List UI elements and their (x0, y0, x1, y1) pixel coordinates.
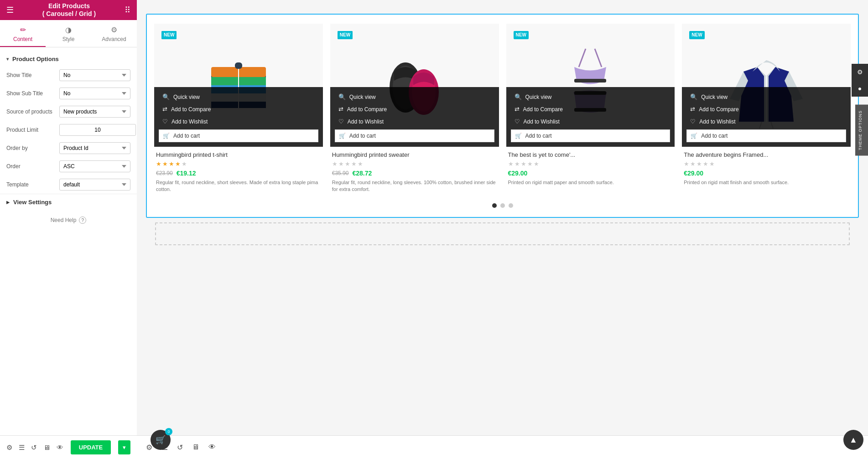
eye-icon[interactable]: 👁 (57, 444, 63, 452)
product-name-4: The adventure begins Framed... (684, 151, 849, 158)
theme-options-button[interactable]: THEME OPTIONS (855, 105, 868, 156)
product-limit-input[interactable] (59, 124, 136, 136)
template-select[interactable]: default (59, 179, 130, 191)
product-info-3: The best is yet to come'... ★ ★ ★ ★ ★ €2… (506, 147, 675, 189)
product-desc-3: Printed on rigid matt paper and smooth s… (508, 179, 673, 186)
svg-line-12 (579, 49, 586, 67)
quick-view-btn-4[interactable]: 🔍 Quick view (686, 92, 846, 102)
add-to-cart-btn-2[interactable]: 🛒 Add to cart (335, 129, 494, 142)
show-sub-title-row: Show Sub Title No Yes (0, 84, 137, 103)
cart-icon-1: 🛒 (163, 133, 170, 139)
carousel-dots (154, 196, 851, 210)
show-sub-title-label: Show Sub Title (6, 90, 57, 97)
main-area: -20% NEW 🔍 Quick view ⇄ Add to Compare (137, 0, 868, 459)
side-gear-button[interactable]: ⚙ (852, 64, 868, 80)
history-icon[interactable]: ↺ (31, 444, 37, 452)
heart-icon-4: ♡ (690, 118, 696, 125)
settings-icon[interactable]: ⚙ (6, 444, 12, 452)
tab-content[interactable]: ✏ Content (0, 20, 46, 47)
tab-advanced[interactable]: ⚙ Advanced (91, 20, 137, 47)
dot-1[interactable] (492, 203, 497, 208)
bottom-history-icon[interactable]: ↺ (177, 443, 183, 452)
canvas-area: -20% NEW 🔍 Quick view ⇄ Add to Compare (137, 0, 868, 435)
order-select[interactable]: ASC DESC (59, 160, 130, 172)
product-rating-4: ★ ★ ★ ★ ★ (684, 160, 849, 167)
show-title-select[interactable]: No Yes (59, 69, 130, 81)
hamburger-icon[interactable]: ☰ (6, 5, 14, 15)
quick-view-btn-1[interactable]: 🔍 Quick view (159, 92, 318, 102)
source-of-products-select[interactable]: New products Featured products Best sell… (59, 106, 130, 118)
scroll-top-button[interactable]: ▲ (843, 430, 863, 450)
order-by-select[interactable]: Product Id Name Price (59, 142, 130, 154)
panel-title: Edit Products ( Carousel / Grid ) (14, 2, 125, 18)
product-options-section[interactable]: ▾ Product Options (0, 52, 137, 66)
help-icon: ? (79, 217, 86, 224)
dot-3[interactable] (509, 203, 513, 208)
quick-view-btn-2[interactable]: 🔍 Quick view (335, 92, 494, 102)
panel-tabs: ✏ Content ◑ Style ⚙ Advanced (0, 20, 137, 47)
add-to-compare-btn-2[interactable]: ⇄ Add to Compare (335, 104, 494, 114)
bottom-desktop-icon[interactable]: 🖥 (192, 443, 199, 452)
side-circle-button[interactable]: ● (852, 80, 868, 97)
product-name-3: The best is yet to come'... (508, 151, 673, 158)
product-rating-3: ★ ★ ★ ★ ★ (508, 160, 673, 167)
search-icon-2: 🔍 (338, 93, 346, 100)
cart-icon-4: 🛒 (691, 133, 697, 139)
add-to-compare-btn-1[interactable]: ⇄ Add to Compare (159, 104, 318, 114)
order-by-row: Order by Product Id Name Price (0, 139, 137, 157)
panel-body: ▾ Product Options Show Title No Yes Show… (0, 47, 137, 435)
add-to-wishlist-btn-2[interactable]: ♡ Add to Wishlist (335, 116, 494, 127)
product-rating-2: ★ ★ ★ ★ ★ (332, 160, 497, 167)
show-title-label: Show Title (6, 72, 57, 78)
add-to-cart-btn-3[interactable]: 🛒 Add to cart (511, 129, 670, 142)
add-to-cart-btn-1[interactable]: 🛒 Add to cart (159, 129, 318, 142)
svg-line-13 (595, 49, 602, 67)
need-help[interactable]: Need Help ? (0, 210, 137, 230)
add-to-wishlist-btn-1[interactable]: ♡ Add to Wishlist (159, 116, 318, 127)
product-info-2: Hummingbird printed sweater ★ ★ ★ ★ ★ €3… (330, 147, 499, 196)
bottom-eye-icon[interactable]: 👁 (208, 443, 216, 452)
source-of-products-row: Source of products New products Featured… (0, 103, 137, 121)
source-of-products-label: Source of products (6, 108, 57, 115)
dot-2[interactable] (500, 203, 505, 208)
cart-bubble[interactable]: 🛒 0 (151, 430, 171, 450)
layers-icon[interactable]: ☰ (19, 444, 25, 452)
product-price-4: €29.00 (684, 170, 849, 177)
show-title-row: Show Title No Yes (0, 66, 137, 84)
desktop-icon[interactable]: 🖥 (43, 444, 50, 452)
search-icon-1: 🔍 (162, 93, 170, 100)
panel-header: ☰ Edit Products ( Carousel / Grid ) ⠿ (0, 0, 137, 20)
add-to-wishlist-btn-4[interactable]: ♡ Add to Wishlist (686, 116, 846, 127)
search-icon-3: 🔍 (515, 93, 522, 100)
quick-view-btn-3[interactable]: 🔍 Quick view (511, 92, 670, 102)
add-to-compare-btn-3[interactable]: ⇄ Add to Compare (511, 104, 670, 114)
side-floating-buttons: ⚙ ● (852, 64, 868, 97)
product-name-2: Hummingbird printed sweater (332, 151, 497, 158)
product-limit-row: Product Limit (0, 121, 137, 139)
dashed-drop-area (155, 222, 850, 245)
tab-style[interactable]: ◑ Style (46, 20, 91, 47)
update-button[interactable]: UPDATE (71, 440, 111, 454)
cart-icon-3: 🛒 (515, 133, 522, 139)
product-info-1: Hummingbird printed t-shirt ★ ★ ★ ★ ★ €2… (154, 147, 323, 196)
search-icon-4: 🔍 (690, 93, 697, 100)
product-overlay-1: 🔍 Quick view ⇄ Add to Compare ♡ Add to W… (154, 87, 323, 147)
badge-new-2: NEW (338, 31, 353, 39)
product-image-wrap-1: -20% NEW 🔍 Quick view ⇄ Add to Compare (154, 24, 323, 147)
template-row: Template default (0, 175, 137, 194)
grid-icon[interactable]: ⠿ (125, 5, 130, 15)
product-image-wrap-3: NEW 🔍 Quick view ⇄ Add to Compare (506, 24, 675, 147)
add-to-compare-btn-4[interactable]: ⇄ Add to Compare (686, 104, 846, 114)
show-sub-title-select[interactable]: No Yes (59, 88, 130, 99)
compare-icon-1: ⇄ (162, 106, 167, 113)
add-to-cart-btn-4[interactable]: 🛒 Add to cart (686, 129, 846, 142)
compare-icon-4: ⇄ (690, 106, 695, 113)
product-card-2: -20% NEW 🔍 Quick view ⇄ Add to Compare (330, 24, 499, 196)
product-overlay-2: 🔍 Quick view ⇄ Add to Compare ♡ Add to W… (330, 87, 499, 147)
add-to-wishlist-btn-3[interactable]: ♡ Add to Wishlist (511, 116, 670, 127)
products-grid: -20% NEW 🔍 Quick view ⇄ Add to Compare (154, 24, 851, 196)
update-arrow-button[interactable]: ▾ (118, 440, 130, 454)
compare-icon-2: ⇄ (338, 106, 343, 113)
scroll-top-icon: ▲ (849, 435, 858, 445)
view-settings-section[interactable]: ▸ View Settings (0, 194, 137, 210)
